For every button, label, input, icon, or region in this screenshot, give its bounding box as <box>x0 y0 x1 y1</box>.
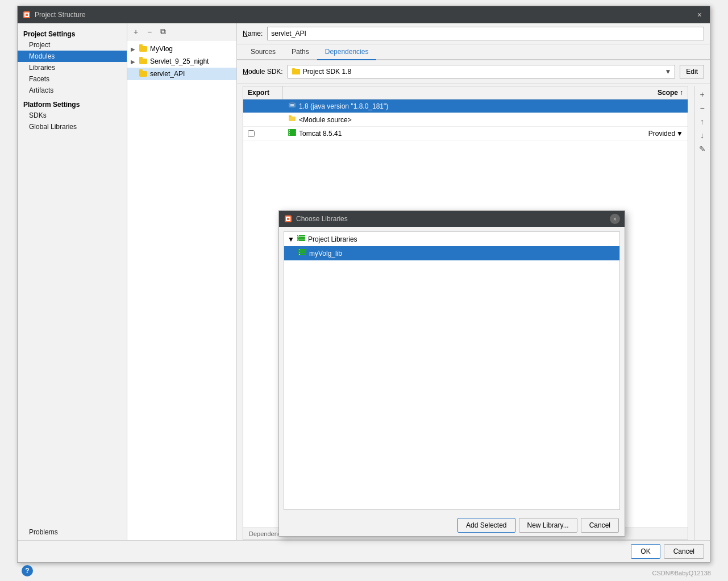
tab-dependencies[interactable]: Dependencies <box>317 44 377 60</box>
copy-module-button[interactable]: ⧉ <box>157 26 169 38</box>
add-dep-button[interactable]: + <box>696 88 709 101</box>
folder-icon <box>139 69 148 78</box>
scope-dropdown-icon[interactable]: ▼ <box>676 130 683 138</box>
move-up-button[interactable]: ↑ <box>696 115 709 128</box>
sidebar-item-facets[interactable]: Facets <box>18 73 127 85</box>
tree-item-label: MyVlog <box>150 45 173 53</box>
svg-rect-24 <box>298 240 299 240</box>
tree-arrow: ▶ <box>131 59 139 65</box>
dep-scope-cell: Provided ▼ <box>631 128 688 139</box>
lib-group-icon <box>297 234 306 244</box>
new-library-button[interactable]: New Library... <box>519 518 577 533</box>
edit-sdk-button[interactable]: Edit <box>680 65 704 78</box>
right-buttons: + − ↑ ↓ ✎ <box>694 86 710 540</box>
lib-item-icon <box>298 248 307 258</box>
dialog-tree-header[interactable]: ▼ Project Libraries <box>284 232 619 246</box>
dialog-close-button[interactable]: × <box>610 214 620 224</box>
sort-icon: ↑ <box>680 89 683 97</box>
edit-dep-button[interactable]: ✎ <box>696 143 709 155</box>
add-selected-button[interactable]: Add Selected <box>457 518 515 533</box>
sidebar-item-global-libraries[interactable]: Global Libraries <box>18 121 127 132</box>
tree-item-label: servlet_API <box>150 70 185 78</box>
col-scope[interactable]: Scope ↑ <box>631 86 688 99</box>
dialog-tree-header-label: Project Libraries <box>308 235 357 243</box>
add-module-button[interactable]: + <box>130 26 142 38</box>
col-name <box>283 86 631 99</box>
svg-rect-4 <box>292 68 295 70</box>
table-row[interactable]: 1.8 (java version "1.8.0_181") <box>243 99 688 113</box>
dialog-body: ▼ Project Libraries <box>284 231 620 510</box>
name-label: Name: <box>243 30 263 38</box>
name-bar: Name: <box>237 23 710 44</box>
move-down-button[interactable]: ↓ <box>696 129 709 142</box>
help-button[interactable]: ? <box>22 565 33 576</box>
svg-rect-18 <box>287 218 289 220</box>
dialog-title-bar: Choose Libraries × <box>279 211 625 227</box>
tab-paths[interactable]: Paths <box>284 44 317 60</box>
modules-list: ▶ MyVlog ▶ Servlet_9_25_night <box>127 40 236 540</box>
dep-name-cell: Tomcat 8.5.41 <box>283 127 631 139</box>
tree-item-servlet-night[interactable]: ▶ Servlet_9_25_night <box>127 55 236 68</box>
ok-button[interactable]: OK <box>631 544 660 559</box>
svg-rect-14 <box>289 132 290 133</box>
remove-dep-button[interactable]: − <box>696 102 709 114</box>
tab-sources[interactable]: Sources <box>243 44 284 60</box>
tree-item-myvlog[interactable]: ▶ MyVlog <box>127 43 236 55</box>
dialog-cancel-button[interactable]: Cancel <box>581 518 619 533</box>
dep-export-cell <box>243 129 283 138</box>
sidebar-item-project[interactable]: Project <box>18 39 127 51</box>
svg-rect-7 <box>290 104 294 106</box>
expand-icon: ▼ <box>288 235 294 243</box>
dep-name-cell: 1.8 (java version "1.8.0_181") <box>283 99 631 113</box>
tree-item-label: Servlet_9_25_night <box>150 57 209 65</box>
title-bar: Project Structure × <box>18 6 710 23</box>
svg-rect-15 <box>289 134 290 135</box>
dep-scope-cell <box>631 105 688 107</box>
dep-name-cell: <Module source> <box>283 113 631 126</box>
sdk-label: Module SDK: <box>243 68 283 76</box>
folder-icon <box>139 57 148 66</box>
watermark-text: CSDN®BabyQ12138 <box>652 570 712 576</box>
app-icon <box>22 10 31 19</box>
choose-libraries-dialog: Choose Libraries × ▼ Project Libraries <box>278 210 625 537</box>
remove-module-button[interactable]: − <box>143 26 156 38</box>
table-row[interactable]: <Module source> <box>243 113 688 127</box>
cancel-button[interactable]: Cancel <box>664 544 704 559</box>
svg-rect-2 <box>26 14 28 16</box>
sidebar-item-modules[interactable]: Modules <box>18 51 127 62</box>
svg-rect-8 <box>289 117 296 121</box>
platform-settings-label: Platform Settings <box>18 96 127 110</box>
title-bar-left: Project Structure <box>22 10 85 19</box>
sidebar-item-artifacts[interactable]: Artifacts <box>18 85 127 96</box>
table-row[interactable]: Tomcat 8.5.41 Provided ▼ <box>243 127 688 140</box>
export-checkbox[interactable] <box>248 130 255 137</box>
sidebar-item-sdks[interactable]: SDKs <box>18 110 127 121</box>
project-settings-label: Project Settings <box>18 28 127 39</box>
col-export: Export <box>243 86 283 99</box>
tree-toolbar: + − ⧉ <box>127 23 236 40</box>
modules-tree-panel: + − ⧉ ▶ MyVlog ▶ Servlet_9_25_nig <box>127 23 237 540</box>
dialog-footer: Add Selected New Library... Cancel <box>279 514 625 536</box>
tabs-bar: Sources Paths Dependencies <box>237 44 710 60</box>
source-icon <box>288 114 297 125</box>
tree-item-servlet-api[interactable]: servlet_API <box>127 68 236 80</box>
dialog-tree-item[interactable]: myVolg_lib <box>284 246 619 260</box>
chevron-down-icon: ▼ <box>664 68 671 76</box>
sdk-row: Module SDK: Project SDK 1.8 ▼ Edit <box>237 60 710 84</box>
dep-table-header: Export Scope ↑ <box>243 86 688 99</box>
sdk-folder-icon <box>292 67 301 77</box>
sdk-value: Project SDK 1.8 <box>303 68 351 76</box>
jdk-icon <box>288 101 297 111</box>
dialog-tree-item-label: myVolg_lib <box>309 250 342 258</box>
svg-rect-9 <box>289 115 292 117</box>
sidebar-item-problems[interactable]: Problems <box>23 526 121 538</box>
sidebar-item-libraries[interactable]: Libraries <box>18 62 127 73</box>
close-icon[interactable]: × <box>694 9 705 20</box>
svg-rect-29 <box>299 252 300 252</box>
module-name-input[interactable] <box>267 27 704 40</box>
folder-icon <box>139 44 148 53</box>
sdk-select[interactable]: Project SDK 1.8 ▼ <box>288 65 676 78</box>
server-icon <box>288 128 297 138</box>
dep-scope-cell <box>631 119 688 121</box>
svg-rect-6 <box>290 102 294 104</box>
